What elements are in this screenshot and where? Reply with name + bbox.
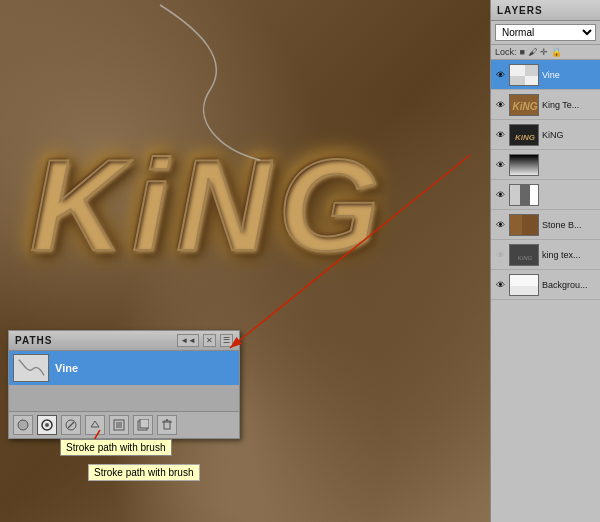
vine-layer-name: Vine [55, 362, 78, 374]
layer-name-king-text2: king tex... [542, 250, 581, 260]
svg-rect-26 [510, 185, 520, 206]
vine-path-thumbnail [13, 354, 49, 382]
layer-item-dark[interactable]: 👁 [491, 150, 600, 180]
lock-transparent-btn[interactable]: ■ [520, 47, 525, 57]
paths-close-btn[interactable]: ✕ [203, 334, 216, 347]
layer-eye-king-text[interactable]: 👁 [494, 99, 506, 111]
lock-position-btn[interactable]: ✛ [540, 47, 548, 57]
layer-item-background[interactable]: 👁 Backgrou... [491, 270, 600, 300]
svg-rect-19 [525, 76, 539, 86]
svg-marker-9 [91, 421, 99, 427]
svg-point-4 [18, 420, 28, 430]
layer-name-king-text: King Te... [542, 100, 579, 110]
lock-label: Lock: [495, 47, 517, 57]
paths-toolbar: Stroke path with brush [9, 411, 239, 438]
stroke-path-brush-btn[interactable]: Stroke path with brush [37, 415, 57, 435]
svg-rect-24 [510, 155, 539, 176]
svg-rect-28 [530, 185, 539, 206]
canvas-area: KiNG PATHS ◄◄ ✕ ☰ [0, 0, 490, 522]
paths-panel-title: PATHS [15, 335, 52, 346]
layer-item-vine[interactable]: 👁 Vine [491, 60, 600, 90]
layer-thumb-king-text2: KiNG [509, 244, 539, 266]
svg-rect-34 [510, 275, 539, 286]
layer-thumb-king-icon: KiNG [509, 124, 539, 146]
blend-mode-row: Normal [491, 21, 600, 45]
svg-rect-11 [116, 422, 122, 428]
paths-layer-vine[interactable]: Vine [9, 351, 239, 385]
layers-list: 👁 Vine 👁 KiNG King Te... [491, 60, 600, 502]
layer-eye-stone[interactable]: 👁 [494, 219, 506, 231]
add-layer-mask-btn[interactable] [109, 415, 129, 435]
layer-eye-background[interactable]: 👁 [494, 279, 506, 291]
layer-eye-dark[interactable]: 👁 [494, 159, 506, 171]
svg-rect-30 [510, 215, 522, 236]
svg-rect-27 [520, 185, 530, 206]
layers-panel-title: LAYERS [497, 5, 543, 16]
layer-eye-king-text2[interactable]: 👁 [494, 249, 506, 261]
layer-thumb-vine [509, 64, 539, 86]
svg-point-6 [45, 423, 49, 427]
layer-thumb-stone [509, 214, 539, 236]
layer-name-king-icon: KiNG [542, 130, 564, 140]
king-text-display: KiNG [30, 130, 387, 280]
svg-rect-18 [510, 65, 525, 76]
paths-panel: PATHS ◄◄ ✕ ☰ Vine [8, 330, 240, 439]
layer-eye-vine[interactable]: 👁 [494, 69, 506, 81]
layer-eye-king-icon[interactable]: 👁 [494, 129, 506, 141]
svg-line-8 [68, 422, 74, 428]
stroke-path-pen-btn[interactable] [61, 415, 81, 435]
layer-name-stone: Stone B... [542, 220, 582, 230]
svg-rect-13 [140, 419, 149, 428]
layer-item-stone[interactable]: 👁 Stone B... [491, 210, 600, 240]
svg-text:KiNG: KiNG [515, 133, 535, 142]
new-path-btn[interactable] [133, 415, 153, 435]
lock-pixels-btn[interactable]: 🖌 [528, 47, 537, 57]
fill-path-btn[interactable] [13, 415, 33, 435]
layer-name-vine: Vine [542, 70, 560, 80]
paths-panel-header: PATHS ◄◄ ✕ ☰ [9, 331, 239, 351]
layers-panel: LAYERS Normal Lock: ■ 🖌 ✛ 🔒 👁 Vine [490, 0, 600, 522]
lock-all-btn[interactable]: 🔒 [551, 47, 562, 57]
svg-rect-3 [14, 355, 47, 381]
layers-panel-header: LAYERS [491, 0, 600, 21]
load-path-as-selection-btn[interactable] [85, 415, 105, 435]
blend-mode-select[interactable]: Normal [495, 24, 596, 41]
layer-thumb-king-text: KiNG [509, 94, 539, 116]
paths-collapse-btn[interactable]: ◄◄ [177, 334, 199, 347]
svg-text:KiNG: KiNG [513, 101, 538, 112]
layer-eye-gradient[interactable]: 👁 [494, 189, 506, 201]
layer-thumb-background [509, 274, 539, 296]
layer-name-background: Backgrou... [542, 280, 588, 290]
paths-layers-content: Vine [9, 351, 239, 411]
paths-menu-btn[interactable]: ☰ [220, 334, 233, 347]
layer-item-gradient[interactable]: 👁 [491, 180, 600, 210]
svg-text:KiNG: KiNG [518, 255, 533, 261]
layer-item-king-icon[interactable]: 👁 KiNG KiNG [491, 120, 600, 150]
layer-item-king-text[interactable]: 👁 KiNG King Te... [491, 90, 600, 120]
paths-panel-controls: ◄◄ ✕ ☰ [177, 334, 233, 347]
layer-thumb-dark [509, 154, 539, 176]
delete-path-btn[interactable] [157, 415, 177, 435]
layer-item-king-text2[interactable]: 👁 KiNG king tex... [491, 240, 600, 270]
layer-thumb-gradient [509, 184, 539, 206]
lock-row: Lock: ■ 🖌 ✛ 🔒 [491, 45, 600, 60]
